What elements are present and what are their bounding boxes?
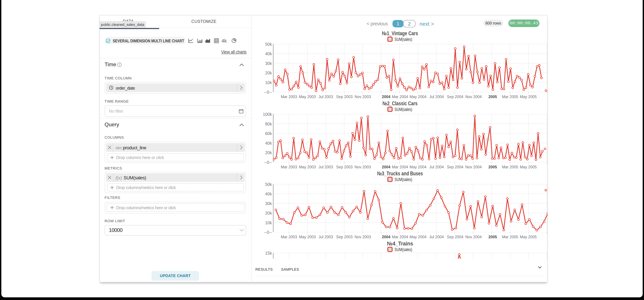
svg-text:50k: 50k [265, 182, 272, 187]
svg-text:40k: 40k [265, 141, 272, 145]
svg-text:60k: 60k [265, 131, 272, 136]
svg-text:40k: 40k [265, 51, 272, 56]
svg-text:№3_Trucks and Buses: №3_Trucks and Buses [377, 170, 423, 177]
svg-text:15k: 15k [265, 251, 272, 256]
svg-text:40k: 40k [265, 192, 272, 196]
svg-text:20k: 20k [265, 71, 272, 75]
svg-text:--0--: --0-- [264, 90, 272, 94]
svg-text:SUM(sales): SUM(sales) [394, 247, 412, 252]
svg-text:30k: 30k [265, 201, 272, 206]
svg-text:№2_Classic Cars: №2_Classic Cars [382, 100, 418, 106]
svg-text:SUM(sales): SUM(sales) [394, 107, 412, 112]
svg-text:10k: 10k [265, 220, 272, 225]
svg-text:№1_Vintage Cars: №1_Vintage Cars [382, 30, 418, 36]
svg-text:50k: 50k [265, 42, 272, 46]
svg-text:100k: 100k [263, 112, 272, 117]
svg-text:10k: 10k [265, 80, 272, 85]
svg-text:80k: 80k [265, 122, 272, 126]
svg-text:20k: 20k [265, 211, 272, 215]
svg-text:--0--: --0-- [264, 230, 272, 235]
svg-text:20k: 20k [265, 150, 272, 155]
svg-text:SUM(sales): SUM(sales) [394, 177, 412, 182]
svg-text:--0--: --0-- [264, 160, 272, 165]
svg-text:№4_Trains: №4_Trains [387, 241, 413, 247]
svg-text:30k: 30k [265, 61, 272, 66]
svg-text:SUM(sales): SUM(sales) [394, 37, 412, 42]
